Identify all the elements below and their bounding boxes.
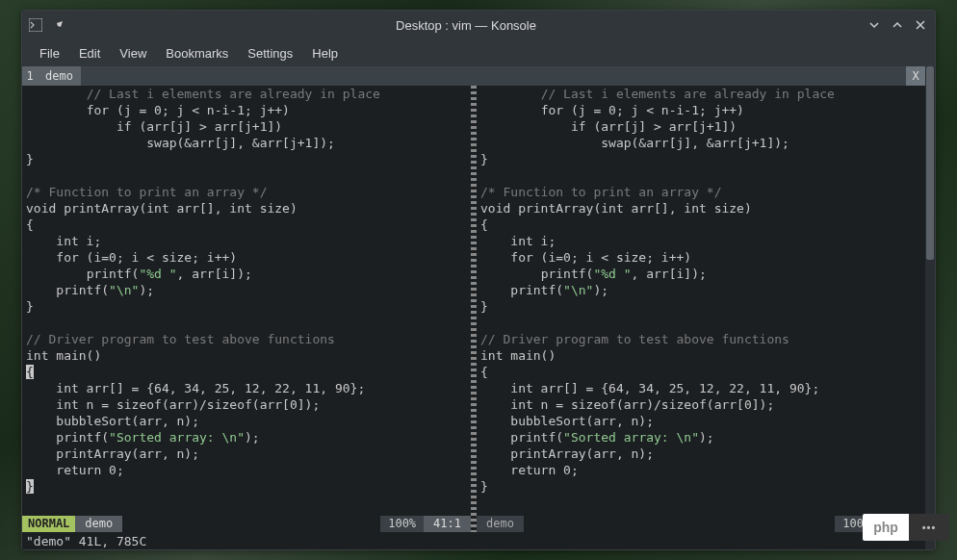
menu-help[interactable]: Help	[302, 42, 348, 64]
menu-bookmarks[interactable]: Bookmarks	[156, 42, 238, 64]
statusline-left: NORMAL demo 100% 41:1	[22, 515, 471, 532]
konsole-window: Desktop : vim — Konsole File Edit View B…	[21, 10, 936, 550]
menubar: File Edit View Bookmarks Settings Help	[22, 39, 935, 66]
titlebar[interactable]: Desktop : vim — Konsole	[22, 11, 935, 39]
code-right[interactable]: // Last i elements are already in place …	[477, 86, 925, 515]
terminal-icon	[28, 17, 43, 33]
tabbar: 1 demo X	[22, 66, 925, 86]
pin-icon[interactable]	[51, 17, 66, 33]
vim-pane-left[interactable]: // Last i elements are already in place …	[22, 86, 471, 532]
menu-view[interactable]: View	[110, 42, 156, 64]
tab-label[interactable]: demo	[38, 66, 81, 86]
badge-right: •••	[909, 514, 949, 541]
menu-settings[interactable]: Settings	[238, 42, 302, 64]
scrollbar-thumb[interactable]	[926, 66, 934, 260]
menu-file[interactable]: File	[30, 42, 69, 64]
scrollbar[interactable]	[925, 66, 935, 549]
code-left[interactable]: // Last i elements are already in place …	[22, 86, 471, 515]
maximize-button[interactable]	[889, 16, 906, 34]
menu-edit[interactable]: Edit	[69, 42, 110, 64]
status-file-right: demo	[477, 516, 524, 532]
svg-rect-0	[29, 18, 42, 32]
close-button[interactable]	[912, 16, 929, 34]
php-badge: php •••	[863, 514, 949, 541]
statusline-right: demo 100% 41:1	[477, 515, 925, 532]
status-pct-left: 100%	[380, 516, 424, 532]
tab-close-button[interactable]: X	[906, 66, 925, 86]
vim-message-line: "demo" 41L, 785C	[22, 532, 925, 549]
status-pos-left: 41:1	[424, 516, 471, 532]
badge-left: php	[863, 520, 909, 535]
vim-pane-right[interactable]: // Last i elements are already in place …	[477, 86, 925, 532]
minimize-button[interactable]	[866, 16, 883, 34]
vim-mode: NORMAL	[22, 516, 75, 532]
tab-area	[81, 66, 906, 86]
tab-number[interactable]: 1	[22, 66, 38, 86]
terminal-area[interactable]: // Last i elements are already in place …	[22, 86, 925, 532]
status-file-left: demo	[75, 516, 122, 532]
window-title: Desktop : vim — Konsole	[66, 18, 866, 33]
